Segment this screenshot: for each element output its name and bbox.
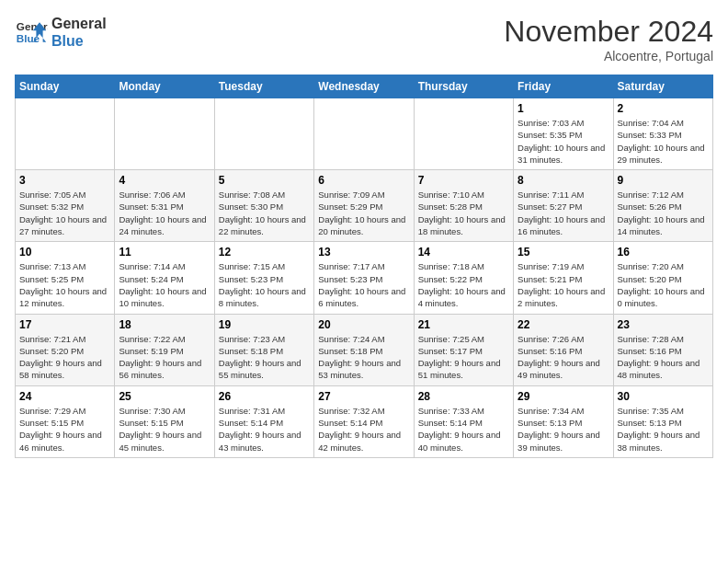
day-cell: 24Sunrise: 7:29 AM Sunset: 5:15 PM Dayli… bbox=[16, 385, 115, 457]
day-info: Sunrise: 7:15 AM Sunset: 5:23 PM Dayligh… bbox=[219, 260, 310, 309]
day-info: Sunrise: 7:04 AM Sunset: 5:33 PM Dayligh… bbox=[618, 117, 709, 166]
week-row-1: 1Sunrise: 7:03 AM Sunset: 5:35 PM Daylig… bbox=[16, 98, 713, 170]
day-cell: 25Sunrise: 7:30 AM Sunset: 5:15 PM Dayli… bbox=[115, 385, 214, 457]
weekday-header-wednesday: Wednesday bbox=[314, 75, 414, 98]
page-header: General Blue General Blue November 2024 … bbox=[15, 15, 713, 63]
day-cell bbox=[414, 98, 513, 170]
logo-general: General bbox=[51, 15, 107, 32]
day-number: 25 bbox=[119, 390, 210, 403]
day-number: 26 bbox=[219, 390, 310, 403]
day-info: Sunrise: 7:20 AM Sunset: 5:20 PM Dayligh… bbox=[618, 260, 709, 309]
day-number: 1 bbox=[518, 102, 609, 115]
day-info: Sunrise: 7:05 AM Sunset: 5:32 PM Dayligh… bbox=[19, 189, 110, 237]
title-area: November 2024 Alcoentre, Portugal bbox=[504, 15, 713, 63]
day-info: Sunrise: 7:14 AM Sunset: 5:24 PM Dayligh… bbox=[119, 260, 210, 309]
day-number: 19 bbox=[219, 318, 310, 331]
day-info: Sunrise: 7:32 AM Sunset: 5:14 PM Dayligh… bbox=[318, 405, 409, 454]
day-info: Sunrise: 7:34 AM Sunset: 5:13 PM Dayligh… bbox=[518, 405, 609, 454]
day-cell: 18Sunrise: 7:22 AM Sunset: 5:19 PM Dayli… bbox=[115, 314, 214, 385]
week-row-3: 10Sunrise: 7:13 AM Sunset: 5:25 PM Dayli… bbox=[16, 242, 713, 314]
day-number: 12 bbox=[219, 246, 310, 259]
day-info: Sunrise: 7:18 AM Sunset: 5:22 PM Dayligh… bbox=[418, 260, 509, 309]
day-cell: 16Sunrise: 7:20 AM Sunset: 5:20 PM Dayli… bbox=[613, 242, 712, 314]
weekday-header-sunday: Sunday bbox=[16, 75, 115, 98]
day-number: 16 bbox=[618, 246, 709, 259]
day-number: 7 bbox=[418, 174, 509, 187]
day-info: Sunrise: 7:31 AM Sunset: 5:14 PM Dayligh… bbox=[219, 405, 310, 454]
day-cell: 27Sunrise: 7:32 AM Sunset: 5:14 PM Dayli… bbox=[314, 385, 414, 457]
day-info: Sunrise: 7:26 AM Sunset: 5:16 PM Dayligh… bbox=[518, 333, 609, 382]
day-number: 30 bbox=[618, 390, 709, 403]
calendar-table: SundayMondayTuesdayWednesdayThursdayFrid… bbox=[15, 75, 713, 458]
day-cell: 30Sunrise: 7:35 AM Sunset: 5:13 PM Dayli… bbox=[613, 385, 712, 457]
day-cell: 1Sunrise: 7:03 AM Sunset: 5:35 PM Daylig… bbox=[514, 98, 613, 170]
weekday-header-friday: Friday bbox=[514, 75, 613, 98]
day-cell: 20Sunrise: 7:24 AM Sunset: 5:18 PM Dayli… bbox=[314, 314, 414, 385]
day-cell: 28Sunrise: 7:33 AM Sunset: 5:14 PM Dayli… bbox=[414, 385, 513, 457]
day-cell: 4Sunrise: 7:06 AM Sunset: 5:31 PM Daylig… bbox=[115, 170, 214, 242]
day-cell bbox=[314, 98, 414, 170]
day-info: Sunrise: 7:08 AM Sunset: 5:30 PM Dayligh… bbox=[219, 189, 310, 237]
day-info: Sunrise: 7:24 AM Sunset: 5:18 PM Dayligh… bbox=[318, 333, 409, 382]
day-info: Sunrise: 7:21 AM Sunset: 5:20 PM Dayligh… bbox=[19, 333, 110, 382]
day-cell: 23Sunrise: 7:28 AM Sunset: 5:16 PM Dayli… bbox=[613, 314, 712, 385]
week-row-5: 24Sunrise: 7:29 AM Sunset: 5:15 PM Dayli… bbox=[16, 385, 713, 457]
week-row-2: 3Sunrise: 7:05 AM Sunset: 5:32 PM Daylig… bbox=[16, 170, 713, 242]
day-cell: 12Sunrise: 7:15 AM Sunset: 5:23 PM Dayli… bbox=[214, 242, 313, 314]
day-cell: 17Sunrise: 7:21 AM Sunset: 5:20 PM Dayli… bbox=[16, 314, 115, 385]
day-info: Sunrise: 7:09 AM Sunset: 5:29 PM Dayligh… bbox=[318, 189, 409, 237]
day-cell bbox=[214, 98, 313, 170]
day-number: 24 bbox=[19, 390, 110, 403]
day-info: Sunrise: 7:19 AM Sunset: 5:21 PM Dayligh… bbox=[518, 260, 609, 309]
day-info: Sunrise: 7:25 AM Sunset: 5:17 PM Dayligh… bbox=[418, 333, 509, 382]
day-cell: 29Sunrise: 7:34 AM Sunset: 5:13 PM Dayli… bbox=[514, 385, 613, 457]
logo: General Blue General Blue bbox=[15, 15, 107, 50]
weekday-header-thursday: Thursday bbox=[414, 75, 513, 98]
day-info: Sunrise: 7:13 AM Sunset: 5:25 PM Dayligh… bbox=[19, 260, 110, 309]
weekday-header-tuesday: Tuesday bbox=[214, 75, 313, 98]
day-number: 21 bbox=[418, 318, 509, 331]
day-cell: 19Sunrise: 7:23 AM Sunset: 5:18 PM Dayli… bbox=[214, 314, 313, 385]
day-cell bbox=[115, 98, 214, 170]
day-number: 22 bbox=[518, 318, 609, 331]
weekday-header-monday: Monday bbox=[115, 75, 214, 98]
day-number: 11 bbox=[119, 246, 210, 259]
day-number: 14 bbox=[418, 246, 509, 259]
day-number: 6 bbox=[318, 174, 409, 187]
day-info: Sunrise: 7:12 AM Sunset: 5:26 PM Dayligh… bbox=[618, 189, 709, 237]
weekday-header-saturday: Saturday bbox=[613, 75, 712, 98]
day-cell: 5Sunrise: 7:08 AM Sunset: 5:30 PM Daylig… bbox=[214, 170, 313, 242]
day-number: 10 bbox=[19, 246, 110, 259]
day-cell: 15Sunrise: 7:19 AM Sunset: 5:21 PM Dayli… bbox=[514, 242, 613, 314]
day-number: 3 bbox=[19, 174, 110, 187]
day-number: 8 bbox=[518, 174, 609, 187]
day-info: Sunrise: 7:33 AM Sunset: 5:14 PM Dayligh… bbox=[418, 405, 509, 454]
day-info: Sunrise: 7:03 AM Sunset: 5:35 PM Dayligh… bbox=[518, 117, 609, 166]
day-cell: 9Sunrise: 7:12 AM Sunset: 5:26 PM Daylig… bbox=[613, 170, 712, 242]
day-number: 9 bbox=[618, 174, 709, 187]
day-cell: 14Sunrise: 7:18 AM Sunset: 5:22 PM Dayli… bbox=[414, 242, 513, 314]
day-number: 4 bbox=[119, 174, 210, 187]
day-cell: 22Sunrise: 7:26 AM Sunset: 5:16 PM Dayli… bbox=[514, 314, 613, 385]
day-number: 27 bbox=[318, 390, 409, 403]
day-number: 29 bbox=[518, 390, 609, 403]
day-info: Sunrise: 7:23 AM Sunset: 5:18 PM Dayligh… bbox=[219, 333, 310, 382]
day-cell: 11Sunrise: 7:14 AM Sunset: 5:24 PM Dayli… bbox=[115, 242, 214, 314]
day-number: 2 bbox=[618, 102, 709, 115]
day-cell: 26Sunrise: 7:31 AM Sunset: 5:14 PM Dayli… bbox=[214, 385, 313, 457]
location-subtitle: Alcoentre, Portugal bbox=[504, 49, 713, 63]
day-number: 28 bbox=[418, 390, 509, 403]
day-cell: 6Sunrise: 7:09 AM Sunset: 5:29 PM Daylig… bbox=[314, 170, 414, 242]
logo-icon: General Blue bbox=[15, 16, 48, 49]
day-cell: 13Sunrise: 7:17 AM Sunset: 5:23 PM Dayli… bbox=[314, 242, 414, 314]
logo-blue: Blue bbox=[51, 32, 107, 50]
day-cell: 21Sunrise: 7:25 AM Sunset: 5:17 PM Dayli… bbox=[414, 314, 513, 385]
day-cell: 10Sunrise: 7:13 AM Sunset: 5:25 PM Dayli… bbox=[16, 242, 115, 314]
day-cell bbox=[16, 98, 115, 170]
day-info: Sunrise: 7:11 AM Sunset: 5:27 PM Dayligh… bbox=[518, 189, 609, 237]
day-info: Sunrise: 7:30 AM Sunset: 5:15 PM Dayligh… bbox=[119, 405, 210, 454]
day-number: 20 bbox=[318, 318, 409, 331]
day-info: Sunrise: 7:06 AM Sunset: 5:31 PM Dayligh… bbox=[119, 189, 210, 237]
day-number: 5 bbox=[219, 174, 310, 187]
day-info: Sunrise: 7:29 AM Sunset: 5:15 PM Dayligh… bbox=[19, 405, 110, 454]
